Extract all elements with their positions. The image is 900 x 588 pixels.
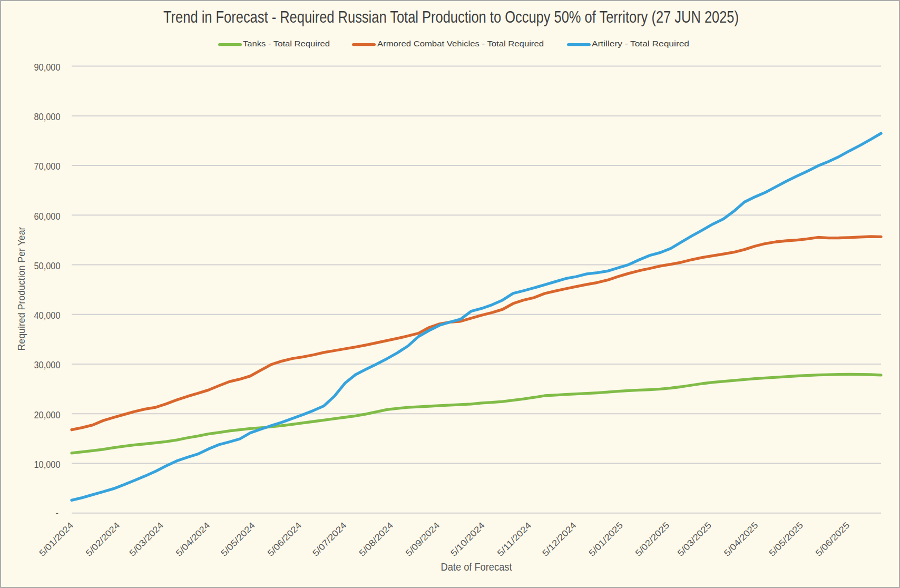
svg-text:20,000: 20,000 <box>34 410 61 420</box>
svg-text:Date of Forecast: Date of Forecast <box>441 561 513 573</box>
svg-text:Artillery - Total Required: Artillery - Total Required <box>592 39 689 48</box>
svg-text:40,000: 40,000 <box>34 310 61 321</box>
svg-text:Required Production Per Year: Required Production Per Year <box>16 227 27 350</box>
svg-text:Armored Combat Vehicles - Tota: Armored Combat Vehicles - Total Required <box>377 39 544 48</box>
svg-text:-: - <box>55 508 58 518</box>
svg-text:80,000: 80,000 <box>34 112 61 122</box>
svg-text:30,000: 30,000 <box>34 360 61 370</box>
svg-text:10,000: 10,000 <box>34 459 61 470</box>
svg-text:Trend in Forecast - Required R: Trend in Forecast - Required Russian Tot… <box>163 8 739 26</box>
svg-text:60,000: 60,000 <box>34 211 61 222</box>
svg-text:70,000: 70,000 <box>34 161 61 172</box>
svg-text:50,000: 50,000 <box>34 261 61 271</box>
svg-text:Tanks - Total Required: Tanks - Total Required <box>243 39 330 48</box>
svg-text:90,000: 90,000 <box>34 62 61 73</box>
